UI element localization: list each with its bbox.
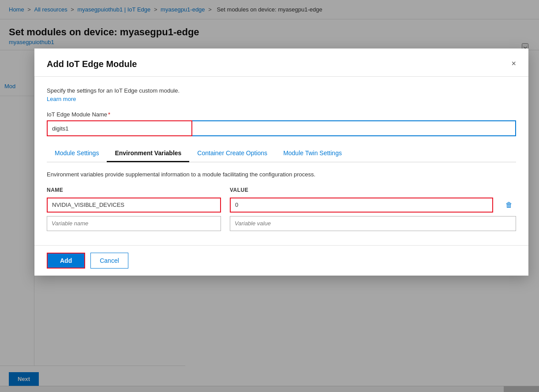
modal-title: Add IoT Edge Module <box>47 59 516 69</box>
cancel-button[interactable]: Cancel <box>90 253 128 269</box>
modal-description: Specify the settings for an IoT Edge cus… <box>47 87 516 94</box>
add-iot-edge-module-modal: Add IoT Edge Module × Specify the settin… <box>34 49 528 276</box>
module-name-field-label: IoT Edge Module Name* <box>47 111 516 118</box>
add-button[interactable]: Add <box>47 253 85 269</box>
tab-module-twin-settings[interactable]: Module Twin Settings <box>275 145 350 162</box>
env-empty-name-input[interactable] <box>47 216 221 231</box>
tab-container-create-options[interactable]: Container Create Options <box>189 145 275 162</box>
env-columns-header: NAME VALUE <box>47 187 516 193</box>
env-variables-description: Environment variables provide supplement… <box>47 170 516 179</box>
tab-environment-variables[interactable]: Environment Variables <box>107 145 189 162</box>
env-name-column-header: NAME <box>47 187 221 193</box>
env-value-input[interactable] <box>230 198 493 213</box>
env-empty-value-input[interactable] <box>230 216 516 231</box>
modal-tabs: Module Settings Environment Variables Co… <box>47 145 516 162</box>
env-empty-row <box>47 216 516 231</box>
env-name-input[interactable] <box>47 198 221 213</box>
modal-header: Add IoT Edge Module × <box>34 49 528 77</box>
modal-close-button[interactable]: × <box>508 57 520 70</box>
env-delete-button[interactable]: 🗑 <box>502 198 516 212</box>
module-name-row <box>47 120 516 136</box>
env-variable-row: 🗑 <box>47 198 516 213</box>
tab-module-settings[interactable]: Module Settings <box>47 145 107 162</box>
modal-footer: Add Cancel <box>34 245 528 276</box>
module-name-right-input[interactable] <box>192 120 516 136</box>
module-name-left-input[interactable] <box>47 120 192 136</box>
delete-icon: 🗑 <box>505 201 513 209</box>
modal-body: Specify the settings for an IoT Edge cus… <box>34 77 528 245</box>
modal-learn-more-link[interactable]: Learn more <box>47 96 76 102</box>
env-value-column-header: VALUE <box>230 187 516 193</box>
